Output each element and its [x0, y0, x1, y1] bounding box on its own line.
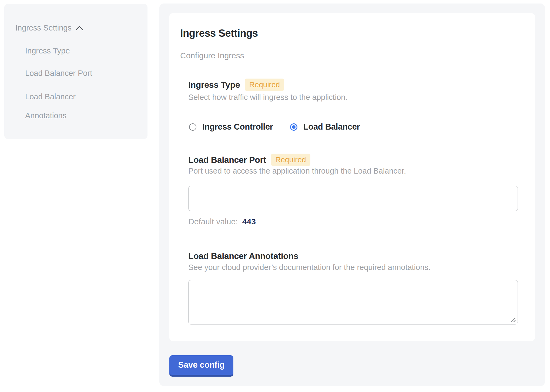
sidebar-parent-label: Ingress Settings [15, 22, 72, 33]
load-balancer-annotations-textarea[interactable] [188, 280, 518, 325]
page-title: Ingress Settings [180, 27, 258, 40]
load-balancer-port-input[interactable] [188, 186, 518, 211]
load-balancer-port-label: Load Balancer Port [188, 154, 266, 166]
save-config-button[interactable]: Save config [169, 355, 233, 377]
required-badge: Required [271, 154, 310, 166]
main-panel: Ingress Settings Configure Ingress Ingre… [159, 4, 545, 386]
required-badge: Required [245, 79, 284, 91]
sidebar-item-ingress-settings[interactable]: Ingress Settings [15, 22, 83, 33]
ingress-type-label: Ingress Type [188, 79, 240, 91]
ingress-type-description: Select how traffic will ingress to the a… [188, 92, 347, 102]
default-value-label: Default value: [188, 217, 238, 226]
default-value-row: Default value: 443 [188, 217, 256, 227]
load-balancer-port-description: Port used to access the application thro… [188, 166, 406, 176]
page-subtitle: Configure Ingress [180, 50, 244, 61]
load-balancer-annotations-label: Load Balancer Annotations [188, 250, 298, 262]
radio-label-ingress-controller: Ingress Controller [202, 122, 273, 132]
ingress-type-radio-group: Ingress Controller Load Balancer [189, 122, 360, 131]
radio-dot [292, 125, 296, 129]
annotations-textarea-wrap [188, 280, 518, 325]
radio-unselected-icon[interactable] [189, 123, 196, 131]
chevron-up-icon[interactable] [75, 23, 83, 33]
settings-sidebar: Ingress Settings Ingress Type Load Balan… [4, 4, 147, 139]
load-balancer-annotations-label-row: Load Balancer Annotations [188, 250, 298, 262]
sidebar-item-ingress-type[interactable]: Ingress Type [25, 41, 70, 60]
default-value-number: 443 [242, 217, 256, 226]
radio-option-ingress-controller[interactable]: Ingress Controller [189, 122, 273, 132]
load-balancer-annotations-description: See your cloud provider’s documentation … [188, 262, 431, 272]
radio-label-load-balancer: Load Balancer [303, 122, 360, 132]
radio-selected-icon[interactable] [290, 123, 297, 131]
load-balancer-port-label-row: Load Balancer Port Required [188, 154, 310, 166]
radio-option-load-balancer[interactable]: Load Balancer [290, 122, 360, 132]
sidebar-item-load-balancer-port[interactable]: Load Balancer Port [25, 64, 92, 83]
ingress-type-label-row: Ingress Type Required [188, 79, 284, 91]
sidebar-item-load-balancer-annotations[interactable]: Load Balancer Annotations [25, 87, 106, 125]
ingress-settings-card: Ingress Settings Configure Ingress Ingre… [169, 13, 535, 341]
